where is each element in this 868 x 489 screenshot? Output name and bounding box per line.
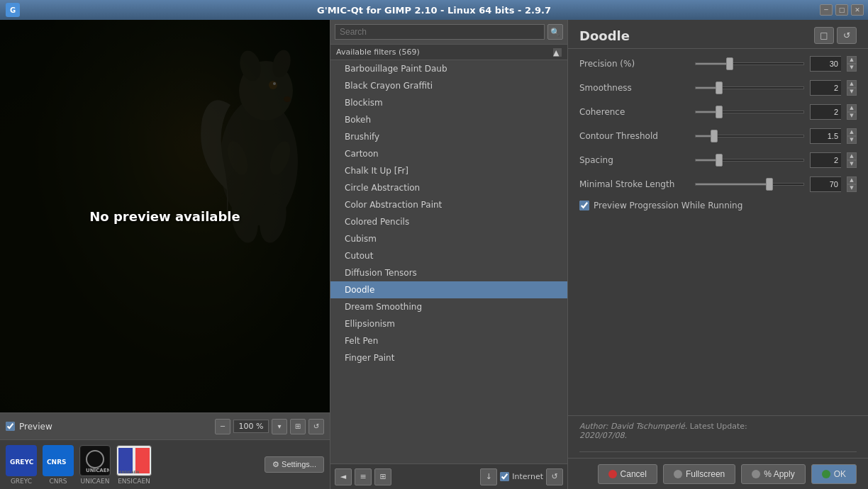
param-row-2: Coherence▲▼ (579, 104, 857, 120)
zoom-dropdown-button[interactable]: ▾ (272, 419, 287, 434)
filter-item[interactable]: Colored Pencils (330, 213, 567, 230)
filter-item[interactable]: Finger Paint (330, 349, 567, 366)
filter-item[interactable]: Blockism (330, 94, 567, 111)
panel-reset-button[interactable]: ↺ (837, 27, 857, 44)
filter-item[interactable]: Cutout (330, 247, 567, 264)
param-row-0: Precision (%)▲▼ (579, 56, 857, 72)
param-spin-down-4[interactable]: ▼ (847, 160, 857, 168)
filter-item[interactable]: Chalk It Up [Fr] (330, 162, 567, 179)
filter-item[interactable]: Brushify (330, 128, 567, 145)
greyc-logo: GREYC (6, 445, 37, 476)
apply-icon (752, 470, 760, 478)
panel-copy-button[interactable]: □ (814, 27, 834, 44)
search-bar: 🔍 (330, 20, 567, 45)
svg-text:CNRS: CNRS (47, 459, 67, 466)
param-value-3[interactable] (810, 128, 841, 144)
preview-checkbox[interactable] (6, 422, 15, 431)
param-value-1[interactable] (810, 80, 841, 96)
search-button[interactable]: 🔍 (547, 24, 563, 40)
filter-item[interactable]: Barbouillage Paint Daub (330, 60, 567, 77)
fullscreen-label: Fullscreen (686, 469, 725, 479)
param-label-3: Contour Threshold (579, 131, 689, 141)
fullscreen-button[interactable]: Fullscreen (663, 464, 735, 484)
filter-item[interactable]: Black Crayon Graffiti (330, 77, 567, 94)
filter-item[interactable]: Diffusion Tensors (330, 264, 567, 281)
filter-item[interactable]: Cartoon (330, 145, 567, 162)
cancel-button[interactable]: Cancel (598, 464, 657, 484)
param-spin-up-1[interactable]: ▲ (847, 80, 857, 88)
zoom-controls: ─ 100 % ▾ ⊞ ↺ (215, 419, 324, 434)
cnrs-label: CNRS (50, 478, 67, 485)
param-slider-0[interactable] (695, 62, 804, 65)
filter-scroll-up[interactable]: ▲ (553, 48, 562, 57)
filter-item[interactable]: Doodle (330, 281, 567, 298)
param-spin-down-2[interactable]: ▼ (847, 112, 857, 120)
param-spin-down-0[interactable]: ▼ (847, 64, 857, 72)
filter-item[interactable]: Felt Pen (330, 332, 567, 349)
filter-action-down2-button[interactable]: ↓ (480, 468, 497, 485)
filter-item[interactable]: Dream Smoothing (330, 298, 567, 315)
filter-item[interactable]: Bokeh (330, 111, 567, 128)
filter-item[interactable]: Color Abstraction Paint (330, 196, 567, 213)
param-spin-down-1[interactable]: ▼ (847, 88, 857, 96)
param-spin-up-0[interactable]: ▲ (847, 56, 857, 64)
cnrs-logo: CNRS (43, 445, 74, 476)
settings-button[interactable]: ⚙ Settings... (265, 456, 324, 473)
param-slider-1[interactable] (695, 86, 804, 89)
param-slider-5[interactable] (695, 183, 804, 186)
param-slider-4[interactable] (695, 159, 804, 162)
cancel-icon (608, 470, 617, 478)
filter-item[interactable]: Ellipsionism (330, 315, 567, 332)
param-value-5[interactable] (810, 176, 841, 192)
app-icon: G (6, 3, 20, 17)
bottom-bar: Cancel Fullscreen % Apply OK (568, 458, 868, 489)
close-button[interactable]: ✕ (851, 4, 864, 16)
minimize-button[interactable]: ─ (820, 4, 833, 16)
preview-no-preview-text: No preview available (89, 209, 240, 224)
filter-action-grid-button[interactable]: ⊞ (374, 468, 391, 485)
param-spin-up-4[interactable]: ▲ (847, 152, 857, 160)
main-container: No preview available Preview ─ 100 % ▾ ⊞… (0, 20, 868, 489)
param-spin-up-3[interactable]: ▲ (847, 128, 857, 136)
param-value-0[interactable] (810, 56, 841, 72)
filter-action-back-button[interactable]: ◄ (335, 468, 352, 485)
filter-list[interactable]: Barbouillage Paint DaubBlack Crayon Graf… (330, 60, 567, 463)
zoom-minus-button[interactable]: ─ (215, 419, 230, 434)
param-row-1: Smoothness▲▼ (579, 80, 857, 96)
param-slider-3[interactable] (695, 135, 804, 137)
zoom-refresh-button[interactable]: ↺ (308, 419, 324, 434)
filter-item[interactable]: Circle Abstraction (330, 179, 567, 196)
logo-cnrs: CNRS CNRS (43, 445, 74, 485)
maximize-button[interactable]: □ (835, 4, 848, 16)
param-spin-up-2[interactable]: ▲ (847, 104, 857, 112)
logo-ensicaen: ENSICAEN ENSICAEN (116, 445, 152, 485)
window-buttons: ─ □ ✕ (820, 4, 864, 16)
unicaen-logo: UNICAEN (79, 445, 111, 476)
svg-point-5 (273, 82, 276, 85)
preview-progression-row: Preview Progression While Running (579, 201, 857, 210)
filter-action-down1-button[interactable]: ≡ (355, 468, 372, 485)
param-spin-down-3[interactable]: ▼ (847, 136, 857, 144)
search-input[interactable] (335, 24, 545, 40)
divider (579, 451, 857, 452)
filter-item[interactable]: Cubism (330, 230, 567, 247)
internet-toggle[interactable]: Internet (500, 472, 543, 481)
param-value-4[interactable] (810, 152, 841, 168)
ok-button[interactable]: OK (811, 464, 857, 484)
panel-header-buttons: □ ↺ (814, 27, 857, 44)
param-spin-down-5[interactable]: ▼ (847, 184, 857, 192)
right-panel: Doodle □ ↺ Precision (%)▲▼Smoothness▲▼Co… (568, 20, 868, 489)
internet-checkbox[interactable] (500, 472, 509, 481)
logos-bar: GREYC GREYC CNRS CNRS (0, 439, 330, 489)
logo-unicaen: UNICAEN UNICAEN (79, 445, 111, 485)
param-value-2[interactable] (810, 104, 841, 120)
unicaen-label: UNICAEN (81, 478, 110, 485)
apply-button[interactable]: % Apply (741, 464, 805, 484)
param-spin-up-5[interactable]: ▲ (847, 176, 857, 184)
preview-progression-checkbox[interactable] (579, 201, 589, 210)
ensicaen-logo: ENSICAEN (116, 445, 152, 476)
param-slider-2[interactable] (695, 111, 804, 113)
zoom-fit-button[interactable]: ⊞ (290, 419, 306, 434)
filter-refresh-button[interactable]: ↺ (546, 468, 563, 485)
param-slider-wrap-5 (695, 177, 804, 191)
